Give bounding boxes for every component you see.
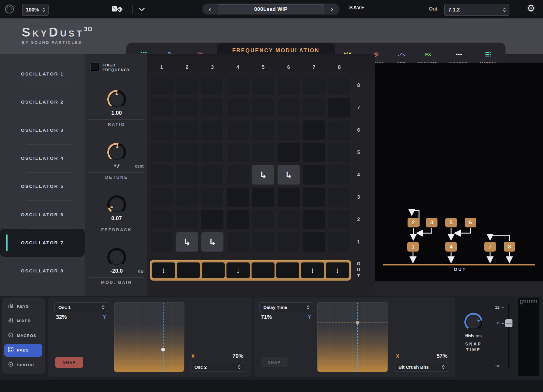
matrix-cell-r4-c1[interactable]	[150, 165, 173, 185]
matrix-cell-r6-c3[interactable]	[201, 120, 224, 140]
out-cell-3[interactable]	[202, 262, 225, 278]
pad2-y-target-select[interactable]: Delay Time	[259, 302, 313, 312]
matrix-cell-r2-c5[interactable]	[252, 210, 275, 230]
matrix-cell-r6-c2[interactable]	[176, 120, 198, 140]
matrix-cell-r4-c8[interactable]	[328, 165, 351, 185]
preset-prev-button[interactable]: ‹	[202, 3, 218, 15]
bottom-nav-macros[interactable]: MACROS	[4, 329, 42, 342]
output-format-select[interactable]: 7.1.2	[444, 4, 509, 16]
matrix-cell-r5-c5[interactable]	[252, 143, 275, 162]
matrix-cell-r1-c8[interactable]	[328, 232, 351, 252]
diagram-box-osc-4[interactable]: 4	[445, 242, 457, 252]
matrix-cell-r1-c3[interactable]: ↳	[201, 232, 224, 252]
stepper-icon[interactable]	[102, 305, 108, 310]
matrix-cell-r8-c5[interactable]	[252, 76, 275, 95]
pad2-xy-surface[interactable]	[317, 303, 388, 372]
sidebar-item-oscillator-6[interactable]: OSCILLATOR 6	[0, 201, 85, 229]
out-cell-1[interactable]: ↓	[152, 262, 175, 278]
matrix-cell-r8-c8[interactable]	[328, 76, 351, 95]
stepper-icon[interactable]	[238, 365, 244, 370]
matrix-cell-r3-c6[interactable]	[277, 187, 300, 207]
output-gain-slider-track[interactable]	[508, 304, 509, 368]
bottom-nav-mixer[interactable]: MIXER	[4, 315, 42, 327]
matrix-cell-r1-c1[interactable]	[150, 232, 173, 252]
matrix-cell-r8-c6[interactable]	[277, 76, 300, 95]
matrix-cell-r8-c3[interactable]	[201, 76, 224, 95]
randomize-dice-icon[interactable]	[111, 5, 123, 15]
out-cell-5[interactable]	[252, 262, 275, 278]
matrix-cell-r3-c2[interactable]	[176, 187, 198, 207]
diagram-box-osc-5[interactable]: 5	[445, 218, 457, 227]
out-cell-2[interactable]	[177, 262, 200, 278]
matrix-cell-r1-c5[interactable]	[252, 232, 275, 252]
matrix-cell-r5-c6[interactable]	[277, 143, 300, 162]
matrix-cell-r7-c8[interactable]	[328, 98, 351, 118]
matrix-cell-r6-c8[interactable]	[328, 120, 351, 140]
out-cell-8[interactable]: ↓	[326, 262, 349, 278]
bottom-nav-pads[interactable]: PADS	[4, 344, 42, 357]
pad1-snap-button[interactable]: SNAP	[55, 357, 83, 368]
matrix-cell-r2-c7[interactable]	[303, 210, 325, 230]
pad-position-dot[interactable]	[356, 321, 359, 325]
diagram-box-osc-2[interactable]: 2	[408, 218, 419, 227]
stepper-icon[interactable]	[42, 7, 48, 12]
matrix-cell-r1-c6[interactable]	[277, 232, 300, 252]
settings-gear-icon[interactable]: ⚙	[527, 2, 535, 14]
matrix-cell-r3-c1[interactable]	[150, 187, 173, 207]
pad1-x-target-select[interactable]: Osc 2	[190, 362, 244, 372]
out-cell-6[interactable]	[276, 262, 299, 278]
snap-time-knob[interactable]	[464, 312, 483, 333]
matrix-cell-r5-c4[interactable]	[226, 143, 249, 162]
pad1-y-target-select[interactable]: Osc 1	[54, 302, 108, 312]
preset-name[interactable]: 000Lead WIP	[218, 4, 324, 14]
matrix-cell-r2-c4[interactable]	[226, 210, 249, 230]
diagram-box-osc-7[interactable]: 7	[484, 242, 496, 252]
matrix-cell-r8-c2[interactable]	[176, 76, 198, 95]
diagram-box-osc-6[interactable]: 6	[465, 218, 476, 227]
matrix-cell-r7-c4[interactable]	[226, 98, 249, 118]
matrix-cell-r5-c2[interactable]	[176, 143, 198, 162]
fixed-frequency-checkbox[interactable]	[91, 63, 99, 71]
stepper-icon[interactable]	[307, 305, 313, 310]
matrix-cell-r6-c4[interactable]	[226, 120, 249, 140]
matrix-cell-r5-c7[interactable]	[303, 143, 325, 162]
matrix-cell-r8-c7[interactable]	[303, 76, 325, 95]
matrix-cell-r4-c5[interactable]: ↳	[252, 165, 275, 185]
matrix-cell-r2-c1[interactable]	[150, 210, 173, 230]
pad1-xy-surface[interactable]	[114, 303, 184, 372]
diagram-box-osc-1[interactable]: 1	[407, 242, 419, 252]
sidebar-item-oscillator-3[interactable]: OSCILLATOR 3	[0, 116, 85, 144]
matrix-cell-r2-c2[interactable]	[176, 210, 198, 230]
out-cell-7[interactable]: ↓	[301, 262, 324, 278]
matrix-cell-r8-c1[interactable]	[150, 76, 173, 95]
stepper-icon[interactable]	[503, 7, 509, 12]
matrix-cell-r3-c7[interactable]	[303, 187, 325, 207]
matrix-cell-r5-c8[interactable]	[328, 143, 351, 162]
matrix-cell-r7-c5[interactable]	[252, 98, 275, 118]
matrix-cell-r5-c3[interactable]	[201, 143, 224, 162]
save-button[interactable]: SAVE	[349, 5, 365, 11]
diagram-box-osc-8[interactable]: 8	[504, 242, 515, 252]
matrix-cell-r1-c4[interactable]	[226, 232, 249, 252]
matrix-cell-r3-c5[interactable]	[252, 187, 275, 207]
preset-next-button[interactable]: ›	[324, 3, 340, 15]
pad-position-dot[interactable]	[161, 348, 165, 352]
stepper-icon[interactable]	[442, 365, 448, 370]
chevron-down-icon[interactable]	[138, 7, 145, 13]
matrix-cell-r7-c6[interactable]	[277, 98, 300, 118]
matrix-cell-r8-c4[interactable]	[226, 76, 249, 95]
matrix-cell-r2-c8[interactable]	[328, 210, 351, 230]
matrix-cell-r6-c5[interactable]	[252, 120, 275, 140]
matrix-cell-r6-c1[interactable]	[150, 120, 173, 140]
sidebar-item-oscillator-7[interactable]: OSCILLATOR 7	[0, 229, 85, 257]
knob-feedback[interactable]	[107, 195, 127, 216]
bottom-nav-spatial[interactable]: SPATIAL	[4, 358, 42, 371]
diagram-box-osc-3[interactable]: 3	[426, 218, 437, 227]
sidebar-item-oscillator-1[interactable]: OSCILLATOR 1	[0, 60, 85, 88]
output-gain-slider-handle[interactable]	[505, 319, 512, 327]
sidebar-item-oscillator-5[interactable]: OSCILLATOR 5	[0, 172, 85, 201]
matrix-cell-r4-c6[interactable]: ↳	[277, 165, 300, 185]
out-cell-4[interactable]: ↓	[226, 262, 249, 278]
matrix-cell-r3-c3[interactable]	[201, 187, 224, 207]
matrix-cell-r7-c2[interactable]	[176, 98, 198, 118]
